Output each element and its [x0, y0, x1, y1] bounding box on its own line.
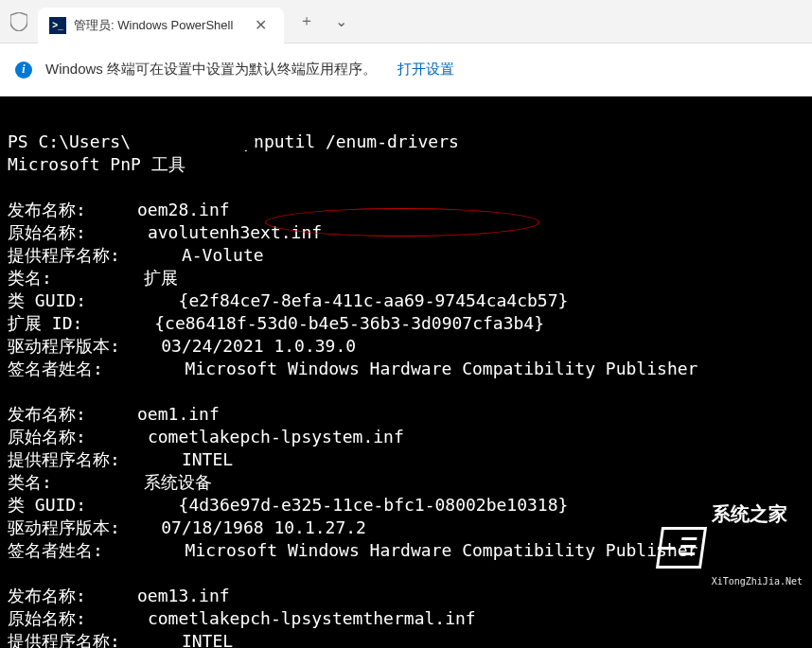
open-settings-link[interactable]: 打开设置	[397, 61, 454, 79]
label-class: 类名:	[8, 268, 52, 288]
label-provider: 提供程序名称:	[8, 245, 120, 265]
label-pubname: 发布名称:	[8, 200, 86, 219]
value-pubname: oem1.inf	[137, 404, 220, 424]
value-origname: cometlakepch-lpsystem.inf	[148, 427, 404, 447]
tab-dropdown-button[interactable]: ⌄	[326, 7, 356, 37]
value-provider: A-Volute	[182, 245, 264, 265]
value-version: 07/18/1968 10.1.27.2	[161, 517, 366, 537]
value-version: 03/24/2021 1.0.39.0	[161, 336, 356, 356]
value-signer: Microsoft Windows Hardware Compatibility…	[185, 359, 698, 378]
value-pubname: oem13.inf	[137, 586, 230, 605]
label-origname: 原始名称:	[8, 608, 86, 628]
watermark-domain: XiTongZhiJia.Net	[712, 570, 803, 593]
label-pubname: 发布名称:	[8, 586, 86, 605]
new-tab-button[interactable]: ＋	[291, 7, 322, 37]
info-icon: i	[15, 61, 32, 79]
shield-icon	[0, 12, 38, 31]
value-origname: avolutenh3ext.inf	[148, 222, 322, 242]
label-version: 驱动程序版本:	[8, 517, 120, 537]
terminal-output[interactable]: PS C:\Users\ > pnputil /enum-drivers Mic…	[0, 96, 812, 648]
label-pubname: 发布名称:	[8, 404, 86, 424]
label-signer: 签名者姓名:	[8, 540, 103, 560]
command-text: pnputil /enum-drivers	[243, 131, 459, 151]
powershell-icon: >_	[49, 17, 66, 34]
value-origname: cometlakepch-lpsystemthermal.inf	[148, 608, 476, 628]
value-class: 扩展	[144, 268, 178, 288]
label-guid: 类 GUID:	[8, 290, 86, 310]
label-origname: 原始名称:	[8, 222, 86, 242]
label-class: 类名:	[8, 472, 52, 492]
value-guid: {4d36e97d-e325-11ce-bfc1-08002be10318}	[179, 495, 569, 515]
value-signer: Microsoft Windows Hardware Compatibility…	[185, 540, 698, 560]
info-message: Windows 终端可在设置中设置为默认终端应用程序。	[45, 61, 377, 79]
value-extid: {ce86418f-53d0-b4e5-36b3-3d0907cfa3b4}	[154, 313, 544, 333]
tab-powershell[interactable]: >_ 管理员: Windows PowerShell ✕	[38, 8, 284, 44]
tab-title: 管理员: Windows PowerShell	[74, 17, 241, 34]
label-guid: 类 GUID:	[8, 495, 86, 515]
label-provider: 提供程序名称:	[8, 449, 120, 469]
value-provider: INTEL	[182, 631, 233, 648]
value-provider: INTEL	[182, 449, 233, 469]
tool-header: Microsoft PnP 工具	[8, 154, 185, 174]
watermark-brand: 系统之家	[712, 502, 803, 525]
label-provider: 提供程序名称:	[8, 631, 120, 648]
tab-close-button[interactable]: ✕	[249, 14, 273, 36]
label-extid: 扩展 ID:	[8, 313, 82, 333]
value-class: 系统设备	[144, 472, 212, 492]
window-titlebar: >_ 管理员: Windows PowerShell ✕ ＋ ⌄	[0, 0, 812, 44]
info-bar: i Windows 终端可在设置中设置为默认终端应用程序。 打开设置	[0, 44, 812, 96]
value-pubname: oem28.inf	[137, 200, 230, 219]
value-guid: {e2f84ce7-8efa-411c-aa69-97454ca4cb57}	[179, 290, 569, 310]
label-version: 驱动程序版本:	[8, 336, 120, 356]
label-origname: 原始名称:	[8, 427, 86, 447]
label-signer: 签名者姓名:	[8, 359, 103, 378]
